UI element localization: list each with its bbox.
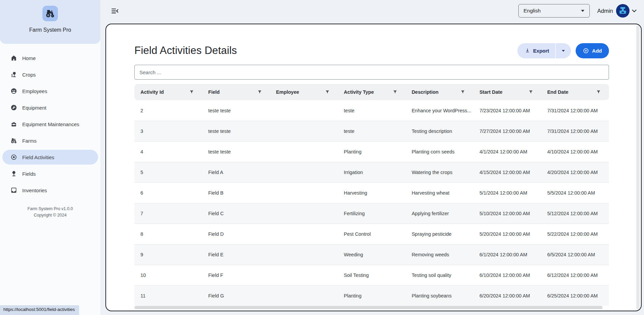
cell-description: Removing weeds — [406, 252, 473, 257]
cell-activity-type: Irrigation — [338, 170, 406, 175]
filter-funnel-icon[interactable] — [460, 90, 465, 94]
table-row[interactable]: 4teste testePlantingPlanting corn seeds4… — [134, 141, 609, 162]
cell-activity-id: 2 — [134, 108, 202, 113]
filter-funnel-icon[interactable] — [257, 90, 262, 94]
horizontal-scrollbar[interactable] — [134, 306, 603, 309]
cell-activity-id: 10 — [134, 273, 202, 278]
table-row[interactable]: 3teste testetesteTesting description7/27… — [134, 121, 609, 141]
cell-field: Field D — [202, 231, 270, 237]
export-dropdown-caret[interactable] — [556, 43, 571, 58]
add-button[interactable]: Add — [576, 43, 609, 58]
cell-field: Field A — [202, 170, 270, 175]
plus-circle-icon — [583, 48, 589, 54]
column-label: End Date — [547, 89, 596, 95]
cell-field: Field B — [202, 190, 270, 196]
sidebar-item-label: Inventories — [22, 188, 47, 193]
download-icon — [525, 48, 530, 53]
language-value: English — [523, 8, 541, 14]
sidebar-item-label: Equipment — [22, 105, 46, 111]
home-icon — [10, 55, 17, 61]
cell-activity-id: 9 — [134, 252, 202, 257]
table-row[interactable]: 5Field AIrrigationWatering the crops4/15… — [134, 162, 609, 182]
cell-end-date: 5/5/2024 12:00:00 AM — [541, 190, 609, 196]
app-version: Farm System Pro v1.0.0 — [0, 206, 100, 212]
export-button[interactable]: Export — [517, 43, 555, 58]
filter-funnel-icon[interactable] — [596, 90, 601, 94]
column-header-end-date: End Date — [541, 84, 609, 100]
cell-start-date: 5/1/2024 12:00:00 AM — [473, 190, 541, 196]
inventories-icon — [10, 187, 17, 194]
export-button-group: Export — [517, 43, 571, 58]
column-label: Start Date — [479, 89, 528, 95]
sidebar-item-equipment-maintenances[interactable]: Equipment Maintenances — [2, 117, 98, 132]
cell-end-date: 4/20/2024 12:00:00 AM — [541, 170, 609, 175]
table-row[interactable]: 2teste testetesteEnhance your WordPress.… — [134, 100, 609, 121]
equipment-maintenances-icon — [10, 121, 17, 127]
tractor-logo-icon — [42, 6, 58, 21]
status-url-tooltip: https://localhost:5001/field-activities — [0, 305, 79, 315]
table-row[interactable]: 6Field BHarvestingHarvesting wheat5/1/20… — [134, 182, 609, 203]
sidebar-item-crops[interactable]: Crops — [2, 67, 98, 82]
cell-start-date: 6/20/2024 12:00:00 AM — [473, 293, 541, 298]
user-menu-chevron-icon[interactable] — [632, 9, 637, 12]
sidebar-item-inventories[interactable]: Inventories — [2, 183, 98, 198]
avatar[interactable] — [616, 4, 630, 18]
column-label: Activity Type — [344, 89, 393, 95]
fields-icon — [10, 170, 17, 177]
cell-activity-type: teste — [338, 108, 406, 113]
cell-description: Testing soil quality — [406, 273, 473, 278]
cell-activity-type: Pest Control — [338, 231, 406, 237]
table-row[interactable]: 8Field DPest ControlSpraying pesticide5/… — [134, 224, 609, 244]
column-header-activity-id: Activity Id — [134, 84, 202, 100]
filter-funnel-icon[interactable] — [325, 90, 330, 94]
cell-field: teste teste — [202, 128, 270, 134]
table-row[interactable]: 7Field CFertilizingApplying fertilizer5/… — [134, 203, 609, 224]
cell-description: Applying fertilizer — [406, 211, 473, 216]
add-label: Add — [592, 48, 602, 54]
cell-activity-id: 11 — [134, 293, 202, 298]
crops-icon — [10, 71, 17, 78]
menu-toggle-icon[interactable] — [110, 7, 119, 15]
filter-funnel-icon[interactable] — [189, 90, 194, 94]
cell-field: teste teste — [202, 108, 270, 113]
page-title: Field Activities Details — [134, 45, 237, 57]
vertical-scrollbar[interactable] — [636, 26, 640, 309]
sidebar-item-employees[interactable]: Employees — [2, 84, 98, 98]
cell-activity-type: Planting — [338, 149, 406, 154]
cell-end-date: 5/12/2024 12:00:00 AM — [541, 211, 609, 216]
cell-field: teste teste — [202, 149, 270, 154]
table-row[interactable]: 10Field FSoil TestingTesting soil qualit… — [134, 265, 609, 285]
cell-start-date: 7/23/2024 12:00:00 AM — [473, 108, 541, 113]
filter-funnel-icon[interactable] — [528, 90, 533, 94]
field-activities-table: Activity IdFieldEmployeeActivity TypeDes… — [134, 84, 609, 306]
sidebar-item-field-activities[interactable]: Field Activities — [2, 150, 98, 165]
sidebar-item-label: Crops — [22, 72, 36, 78]
sidebar-item-label: Farms — [22, 138, 37, 144]
cell-field: Field C — [202, 211, 270, 216]
table-row[interactable]: 9Field EWeedingRemoving weeds6/1/2024 12… — [134, 244, 609, 265]
cell-field: Field F — [202, 273, 270, 278]
table-row[interactable]: 11Field GPlantingPlanting soybeans6/20/2… — [134, 285, 609, 306]
cell-end-date: 6/25/2024 12:00:00 AM — [541, 293, 609, 298]
column-header-activity-type: Activity Type — [338, 84, 406, 100]
cell-description: Testing description — [406, 128, 473, 134]
sidebar: Farm System Pro HomeCropsEmployeesEquipm… — [0, 0, 100, 315]
sidebar-item-home[interactable]: Home — [2, 51, 98, 65]
language-select[interactable]: English — [518, 4, 590, 18]
sidebar-item-label: Field Activities — [22, 154, 54, 160]
sidebar-item-fields[interactable]: Fields — [2, 166, 98, 181]
column-label: Employee — [276, 89, 325, 95]
search-input[interactable] — [134, 65, 609, 80]
table-header-row: Activity IdFieldEmployeeActivity TypeDes… — [134, 84, 609, 100]
filter-funnel-icon[interactable] — [393, 90, 397, 94]
chevron-down-icon — [581, 9, 585, 12]
column-label: Field — [208, 89, 257, 95]
field-activities-icon — [10, 154, 17, 161]
sidebar-item-farms[interactable]: Farms — [2, 133, 98, 148]
toolbar: Export Add — [517, 43, 609, 58]
cell-end-date: 6/5/2024 12:00:00 AM — [541, 252, 609, 257]
sidebar-item-equipment[interactable]: Equipment — [2, 100, 98, 115]
cell-activity-id: 7 — [134, 211, 202, 216]
cell-activity-id: 5 — [134, 170, 202, 175]
cell-activity-type: Harvesting — [338, 190, 406, 196]
